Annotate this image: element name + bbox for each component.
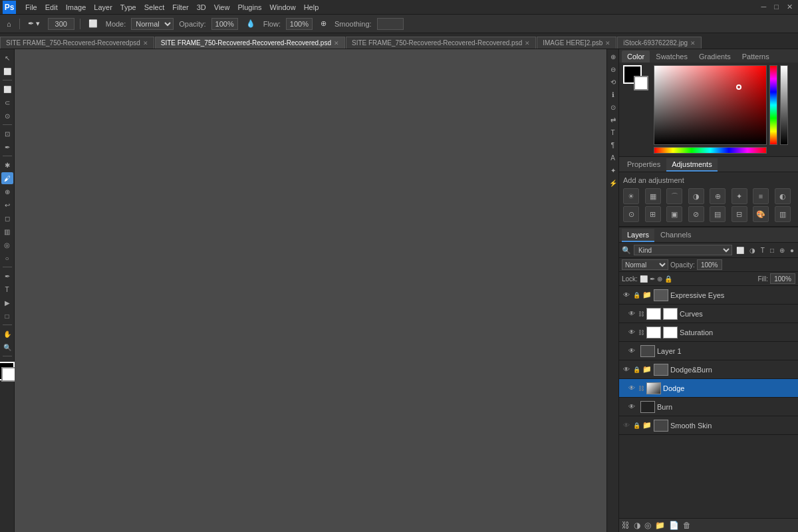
hand-tool[interactable]: ✋	[1, 328, 13, 340]
adj-brightness[interactable]: ☀	[623, 188, 639, 204]
swatches-tab[interactable]: Swatches	[650, 51, 693, 63]
adj-bw[interactable]: ◐	[775, 188, 791, 204]
color-spectrum[interactable]	[654, 65, 767, 145]
crop-tool[interactable]: ⊡	[1, 128, 13, 140]
r-icon-1[interactable]: ⊕	[609, 52, 617, 62]
filter-smart[interactable]: ⊕	[778, 246, 786, 255]
layer-visibility-toggle[interactable]: 👁	[627, 384, 636, 392]
new-layer-button[interactable]: 📄	[669, 521, 679, 530]
layer-visibility-toggle[interactable]: 👁	[627, 403, 636, 410]
background-color[interactable]	[1, 367, 16, 382]
adj-vibrance[interactable]: ✦	[732, 188, 747, 204]
adj-color-lookup[interactable]: ▣	[666, 206, 682, 222]
background-color-swatch[interactable]	[634, 76, 648, 90]
r-icon-3[interactable]: ⟲	[609, 77, 617, 87]
tab-4[interactable]: IMAGE HERE]2.psb ✕	[537, 37, 616, 49]
adj-invert[interactable]: ⊘	[688, 206, 704, 222]
layer-visibility-toggle[interactable]: 👁	[627, 329, 636, 336]
opacity-input[interactable]	[211, 18, 238, 30]
r-icon-4[interactable]: ℹ	[610, 90, 616, 100]
layer-curves[interactable]: 👁 ⛓ Curves	[619, 305, 798, 323]
lock-position[interactable]: ✒	[650, 275, 655, 283]
adj-hue[interactable]: ⊕	[710, 188, 726, 204]
blur-tool[interactable]: ◎	[1, 239, 13, 251]
layer-visibility-toggle[interactable]: 👁	[622, 291, 631, 299]
layer-1[interactable]: 👁 Layer 1	[619, 342, 798, 360]
menu-select[interactable]: Select	[140, 2, 169, 13]
menu-help[interactable]: Help	[300, 2, 323, 13]
layer-visibility-toggle[interactable]: 👁	[622, 422, 631, 429]
tab-3[interactable]: SITE FRAME_750-Recovered-Recovered-Recov…	[346, 37, 536, 49]
brush-preset[interactable]: ⬜	[86, 18, 100, 29]
tab-4-close[interactable]: ✕	[605, 40, 610, 47]
lock-artboard[interactable]: ⊕	[657, 275, 662, 283]
window-minimize[interactable]: ─	[759, 1, 769, 13]
menu-file[interactable]: File	[21, 2, 41, 13]
flow-pressure[interactable]: ⊕	[318, 18, 329, 29]
r-icon-5[interactable]: ⊙	[609, 102, 617, 112]
adj-color-balance[interactable]: ≡	[753, 188, 769, 204]
layer-visibility-toggle[interactable]: 👁	[627, 347, 636, 354]
new-group-button[interactable]: 📁	[655, 521, 665, 530]
rectangular-marquee-tool[interactable]: ⬜	[1, 83, 13, 95]
opacity-value[interactable]	[697, 259, 722, 270]
menu-3d[interactable]: 3D	[193, 2, 210, 13]
properties-tab[interactable]: Properties	[622, 158, 666, 172]
spot-healing-tool[interactable]: ✱	[1, 159, 13, 171]
tab-2-close[interactable]: ✕	[334, 40, 339, 47]
adj-curves[interactable]: ⌒	[666, 188, 682, 204]
menu-type[interactable]: Type	[116, 2, 140, 13]
menu-edit[interactable]: Edit	[41, 2, 62, 13]
flow-input[interactable]	[286, 18, 313, 30]
adjustments-tab[interactable]: Adjustments	[666, 158, 718, 172]
adj-selective-color[interactable]: 🎨	[753, 206, 769, 222]
zoom-tool[interactable]: 🔍	[1, 341, 13, 353]
fill-value[interactable]	[770, 273, 795, 284]
lock-all[interactable]: 🔒	[664, 275, 672, 283]
brush-size-input[interactable]	[48, 18, 74, 30]
tab-5[interactable]: iStock-693762282.jpg ✕	[617, 37, 702, 49]
r-icon-10[interactable]: ✦	[609, 166, 617, 176]
channels-tab[interactable]: Channels	[655, 229, 696, 242]
window-maximize[interactable]: □	[771, 1, 781, 13]
lock-pixels[interactable]: ⬜	[640, 275, 648, 283]
lasso-tool[interactable]: ⊂	[1, 96, 13, 108]
adj-threshold[interactable]: ⊟	[732, 206, 747, 222]
layer-kind-select[interactable]: Kind	[634, 245, 732, 255]
r-icon-7[interactable]: T	[609, 128, 616, 138]
layer-burn[interactable]: 👁 Burn	[619, 398, 798, 416]
patterns-tab[interactable]: Patterns	[737, 51, 775, 63]
eraser-tool[interactable]: ◻	[1, 212, 13, 224]
add-adjustment-button[interactable]: ◎	[644, 521, 651, 530]
link-layers-button[interactable]: ⛓	[622, 521, 630, 530]
color-vertical-hue[interactable]	[769, 65, 777, 145]
menu-image[interactable]: Image	[62, 2, 90, 13]
layer-dodge[interactable]: 👁 ⛓ Dodge	[619, 379, 798, 398]
filter-pixel[interactable]: ⬜	[735, 246, 745, 255]
window-close[interactable]: ✕	[784, 1, 795, 13]
r-icon-2[interactable]: ⊖	[609, 65, 617, 74]
filter-type[interactable]: T	[759, 246, 766, 255]
menu-view[interactable]: View	[210, 2, 234, 13]
adj-channel-mixer[interactable]: ⊞	[645, 206, 661, 222]
color-vertical-alpha[interactable]	[780, 65, 788, 145]
filter-shape[interactable]: □	[769, 246, 775, 255]
layer-smooth-skin[interactable]: 👁 🔒 📁 Smooth Skin	[619, 416, 798, 435]
layer-saturation[interactable]: 👁 ⛓ Saturation	[619, 323, 798, 342]
tab-1[interactable]: SITE FRAME_750-Recovered-Recoveredpsd ✕	[0, 37, 154, 49]
menu-window[interactable]: Window	[266, 2, 300, 13]
adj-exposure[interactable]: ◑	[688, 188, 704, 204]
move-tool[interactable]: ↖	[1, 52, 13, 64]
smoothing-input[interactable]	[377, 18, 404, 30]
r-icon-9[interactable]: A	[609, 153, 616, 163]
home-button[interactable]: ⌂	[4, 19, 14, 29]
delete-layer-button[interactable]: 🗑	[683, 521, 691, 530]
pen-tool[interactable]: ✒	[1, 270, 13, 282]
artboard-tool[interactable]: ⬜	[1, 65, 13, 77]
menu-plugins[interactable]: Plugins	[233, 2, 265, 13]
history-brush-tool[interactable]: ↩	[1, 199, 13, 211]
layer-blend-mode[interactable]: Normal Multiply Screen	[622, 259, 668, 270]
gradient-tool[interactable]: ▥	[1, 225, 13, 237]
tab-3-close[interactable]: ✕	[525, 40, 530, 47]
quick-select-tool[interactable]: ⊙	[1, 110, 13, 122]
